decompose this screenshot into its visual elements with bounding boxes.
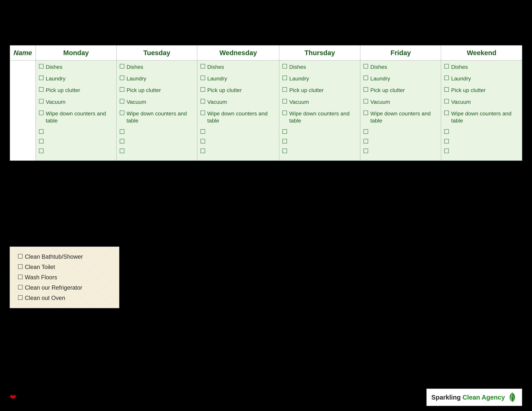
checkbox-icon[interactable] xyxy=(200,87,205,92)
checkbox-icon[interactable] xyxy=(120,64,124,68)
list-item[interactable]: Dishes xyxy=(120,63,194,70)
checkbox-icon[interactable] xyxy=(39,139,44,143)
checkbox-icon[interactable] xyxy=(283,75,287,80)
checkbox-icon[interactable] xyxy=(120,99,124,103)
list-item[interactable]: Wash Floors xyxy=(18,274,111,281)
list-item[interactable]: Vacuum xyxy=(363,98,438,105)
list-item[interactable]: Dishes xyxy=(283,63,357,70)
checkbox-icon[interactable] xyxy=(120,75,124,80)
list-item[interactable]: Clean our Refrigerator xyxy=(18,284,111,291)
list-item[interactable] xyxy=(120,138,194,143)
list-item[interactable]: Dishes xyxy=(39,63,113,70)
checkbox-icon[interactable] xyxy=(363,75,368,80)
list-item[interactable] xyxy=(39,148,113,153)
list-item[interactable]: Laundry xyxy=(283,75,357,82)
checkbox-icon[interactable] xyxy=(200,139,205,143)
list-item[interactable] xyxy=(444,138,519,143)
checkbox-icon[interactable] xyxy=(18,275,23,279)
list-item[interactable] xyxy=(363,148,438,153)
checkbox-icon[interactable] xyxy=(39,111,44,115)
checkbox-icon[interactable] xyxy=(200,75,205,80)
checkbox-icon[interactable] xyxy=(444,139,449,143)
checkbox-icon[interactable] xyxy=(283,111,287,115)
list-item[interactable]: Wipe down counters and table xyxy=(283,110,357,124)
checkbox-icon[interactable] xyxy=(200,111,205,115)
checkbox-icon[interactable] xyxy=(444,149,449,153)
list-item[interactable] xyxy=(39,129,113,134)
list-item[interactable]: Laundry xyxy=(120,75,194,82)
checkbox-icon[interactable] xyxy=(363,139,368,143)
checkbox-icon[interactable] xyxy=(18,264,23,269)
checkbox-icon[interactable] xyxy=(444,129,449,134)
list-item[interactable]: Vacuum xyxy=(120,98,194,105)
list-item[interactable]: Wipe down counters and table xyxy=(120,110,194,124)
checkbox-icon[interactable] xyxy=(120,87,124,92)
list-item[interactable] xyxy=(120,129,194,134)
checkbox-icon[interactable] xyxy=(363,64,368,68)
list-item[interactable]: Laundry xyxy=(444,75,519,82)
list-item[interactable]: Laundry xyxy=(363,75,438,82)
checkbox-icon[interactable] xyxy=(200,129,205,134)
list-item[interactable]: Clean Toilet xyxy=(18,264,111,271)
list-item[interactable]: Clean out Oven xyxy=(18,295,111,301)
list-item[interactable]: Clean Bathtub/Shower xyxy=(18,253,111,260)
checkbox-icon[interactable] xyxy=(120,129,124,134)
checkbox-icon[interactable] xyxy=(283,149,287,153)
list-item[interactable] xyxy=(363,129,438,134)
checkbox-icon[interactable] xyxy=(200,99,205,103)
list-item[interactable] xyxy=(444,148,519,153)
list-item[interactable] xyxy=(200,138,276,143)
checkbox-icon[interactable] xyxy=(444,64,449,68)
list-item[interactable]: Pick up clutter xyxy=(363,86,438,94)
list-item[interactable] xyxy=(283,148,357,153)
checkbox-icon[interactable] xyxy=(363,129,368,134)
list-item[interactable]: Dishes xyxy=(200,63,276,70)
checkbox-icon[interactable] xyxy=(39,87,44,92)
checkbox-icon[interactable] xyxy=(283,99,287,103)
list-item[interactable] xyxy=(39,138,113,143)
checkbox-icon[interactable] xyxy=(39,99,44,103)
checkbox-icon[interactable] xyxy=(39,64,44,68)
list-item[interactable] xyxy=(283,138,357,143)
list-item[interactable]: Laundry xyxy=(200,75,276,82)
list-item[interactable]: Pick up clutter xyxy=(120,86,194,94)
checkbox-icon[interactable] xyxy=(120,139,124,143)
checkbox-icon[interactable] xyxy=(283,129,287,134)
checkbox-icon[interactable] xyxy=(200,149,205,153)
list-item[interactable] xyxy=(283,129,357,134)
checkbox-icon[interactable] xyxy=(200,64,205,68)
checkbox-icon[interactable] xyxy=(39,129,44,134)
list-item[interactable]: Wipe down counters and table xyxy=(200,110,276,124)
list-item[interactable]: Laundry xyxy=(39,75,113,82)
list-item[interactable]: Dishes xyxy=(444,63,519,70)
checkbox-icon[interactable] xyxy=(18,295,23,300)
checkbox-icon[interactable] xyxy=(363,111,368,115)
list-item[interactable]: Wipe down counters and table xyxy=(444,110,519,124)
list-item[interactable]: Dishes xyxy=(363,63,438,70)
checkbox-icon[interactable] xyxy=(18,285,23,290)
list-item[interactable]: Pick up clutter xyxy=(200,86,276,94)
list-item[interactable]: Vacuum xyxy=(283,98,357,105)
checkbox-icon[interactable] xyxy=(283,64,287,68)
checkbox-icon[interactable] xyxy=(363,87,368,92)
list-item[interactable]: Wipe down counters and table xyxy=(39,110,113,124)
checkbox-icon[interactable] xyxy=(444,87,449,92)
checkbox-icon[interactable] xyxy=(39,75,44,80)
list-item[interactable]: Pick up clutter xyxy=(39,86,113,94)
checkbox-icon[interactable] xyxy=(120,149,124,153)
checkbox-icon[interactable] xyxy=(283,87,287,92)
list-item[interactable] xyxy=(444,129,519,134)
list-item[interactable]: Vacuum xyxy=(444,98,519,105)
list-item[interactable]: Pick up clutter xyxy=(444,86,519,94)
list-item[interactable]: Pick up clutter xyxy=(283,86,357,94)
list-item[interactable]: Vacuum xyxy=(200,98,276,105)
checkbox-icon[interactable] xyxy=(444,111,449,115)
list-item[interactable] xyxy=(200,148,276,153)
checkbox-icon[interactable] xyxy=(283,139,287,143)
list-item[interactable]: Wipe down counters and table xyxy=(363,110,438,124)
list-item[interactable] xyxy=(363,138,438,143)
checkbox-icon[interactable] xyxy=(444,99,449,103)
list-item[interactable] xyxy=(200,129,276,134)
checkbox-icon[interactable] xyxy=(363,99,368,103)
list-item[interactable]: Vacuum xyxy=(39,98,113,105)
